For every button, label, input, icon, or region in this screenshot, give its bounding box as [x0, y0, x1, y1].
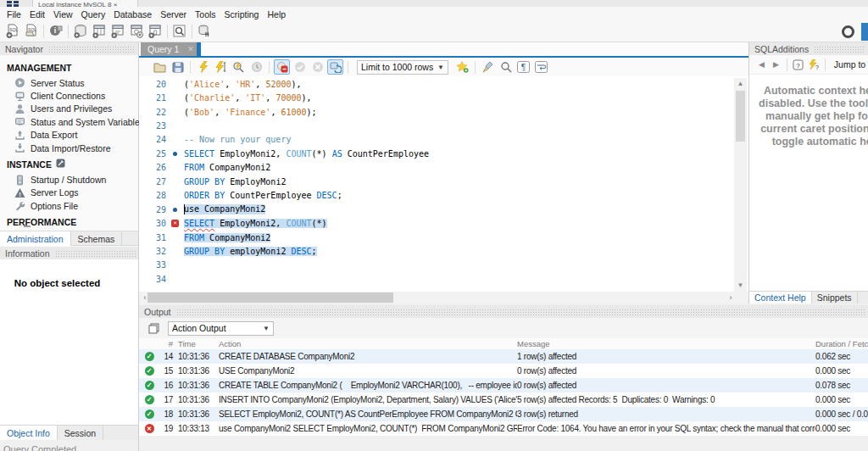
code-line-20[interactable]: 20('Alice', 'HR', 52000), [139, 77, 732, 91]
panel-toggle-icon[interactable] [861, 23, 868, 41]
nav-item-data-export[interactable]: Data Export [0, 129, 138, 142]
editor-horizontal-scrollbar[interactable]: ‹ › [139, 292, 748, 303]
toggle-autocommit-icon[interactable] [327, 59, 343, 75]
help-wheel-icon[interactable] [842, 25, 854, 38]
create-schema-icon[interactable] [71, 23, 90, 40]
tab-query-1[interactable]: Query 1✕ [141, 42, 197, 56]
output-row-16[interactable]: ✓1610:31:36CREATE TABLE CompanyMoni2 ( E… [139, 378, 868, 393]
code-line-23[interactable]: 23 [139, 119, 732, 132]
execute-current-icon[interactable] [213, 59, 229, 75]
tab-schemas[interactable]: Schemas [71, 231, 123, 246]
search-data-icon[interactable] [170, 23, 189, 40]
limit-rows-dropdown[interactable]: Limit to 1000 rows▼ [357, 60, 448, 75]
row-index: 18 [159, 409, 173, 419]
inspector-icon[interactable]: i [47, 23, 65, 40]
editor-vertical-scrollbar[interactable]: ▲ ▼ [734, 78, 747, 292]
menu-scripting[interactable]: Scripting [220, 9, 264, 19]
nav-item-label: Client Connections [31, 91, 105, 101]
execute-icon[interactable] [195, 59, 211, 75]
rollback-icon[interactable] [309, 59, 326, 75]
save-script-icon[interactable] [170, 59, 186, 75]
open-sql-script-icon[interactable]: SQL [22, 23, 41, 40]
code-line-29[interactable]: 29use CompanyMoni2 [139, 203, 732, 216]
open-script-icon[interactable] [152, 59, 168, 75]
performance-collapsed-item[interactable] [24, 226, 31, 227]
connection-tab[interactable]: Local instance MySQL 8 × [32, 0, 138, 7]
output-row-14[interactable]: ✓1410:31:36CREATE DATABASE CompanyMoni21… [139, 349, 868, 364]
new-sql-tab-icon[interactable]: SQL [3, 23, 22, 40]
code-line-33[interactable]: 33 [139, 259, 732, 272]
column-header-#[interactable]: # [159, 339, 173, 348]
commit-icon[interactable] [292, 59, 308, 75]
hscroll-thumb[interactable] [147, 292, 393, 303]
scroll-right-icon[interactable]: › [725, 292, 737, 303]
tab-context-help[interactable]: Context Help [749, 292, 812, 304]
create-function-icon[interactable]: () [146, 23, 164, 40]
create-table-icon[interactable] [90, 23, 108, 40]
star-new-snippet-icon[interactable] [454, 59, 470, 75]
menu-file[interactable]: File [3, 9, 25, 19]
jump-to-label[interactable]: Jump to [834, 59, 865, 70]
menu-query[interactable]: Query [77, 9, 110, 19]
find-icon[interactable] [498, 59, 514, 75]
scroll-down-icon[interactable]: ▼ [734, 280, 747, 292]
tab-session[interactable]: Session [58, 426, 103, 440]
code-line-24[interactable]: 24-- Now run your query [139, 133, 732, 147]
beautify-icon[interactable] [480, 59, 496, 75]
tab-object-info[interactable]: Object Info [0, 426, 58, 440]
code-line-30[interactable]: 30✕SELECT EmployMoni2, COUNT(*) [139, 216, 732, 230]
close-tab-icon[interactable]: ✕ [187, 45, 194, 53]
tab-snippets[interactable]: Snippets [812, 292, 858, 304]
output-row-19[interactable]: ✕1910:33:13use CompanyMoni2 SELECT Emplo… [139, 421, 868, 436]
menu-view[interactable]: View [49, 9, 77, 19]
output-row-18[interactable]: ✓1810:31:36SELECT EmployMoni2, COUNT(*) … [139, 407, 868, 421]
word-wrap-icon[interactable] [533, 59, 549, 75]
stop-query-icon[interactable] [248, 59, 264, 75]
nav-item-startup-shutdown[interactable]: Startup / Shutdown [0, 173, 138, 186]
back-icon[interactable]: ◀ [754, 60, 769, 69]
nav-item-client-connections[interactable]: Client Connections [0, 89, 138, 102]
output-view-selector[interactable]: Action Output▼ [168, 321, 274, 336]
manual-help-icon[interactable]: ? [806, 58, 821, 71]
code-line-28[interactable]: 28ORDER BY CountPerEmployee DESC; [139, 189, 732, 203]
menu-edit[interactable]: Edit [25, 9, 49, 19]
tab-administration[interactable]: Administration [0, 231, 71, 246]
invisible-chars-icon[interactable]: ¶ [515, 59, 531, 75]
menu-server[interactable]: Server [156, 9, 191, 19]
create-procedure-icon[interactable] [127, 23, 146, 40]
nav-item-server-logs[interactable]: !Server Logs [0, 187, 138, 199]
nav-item-status-and-system-variables[interactable]: Status and System Variables [0, 115, 138, 128]
column-header-message[interactable]: Message [517, 339, 815, 348]
code-line-34[interactable]: 34 [139, 272, 732, 286]
toolbar-separator [192, 25, 192, 38]
stop-on-error-icon[interactable] [274, 59, 290, 75]
nav-item-server-status[interactable]: Server Status [0, 76, 138, 89]
code-line-22[interactable]: 22('Bob', 'Finance', 61000); [139, 105, 732, 119]
column-header-action[interactable]: Action [215, 339, 517, 348]
create-view-icon[interactable] [108, 23, 127, 40]
code-line-21[interactable]: 21('Charlie', 'IT', 70000), [139, 91, 732, 104]
scroll-up-icon[interactable]: ▲ [734, 78, 747, 90]
forward-icon[interactable]: ▶ [769, 60, 783, 69]
code-line-27[interactable]: 27GROUP BY EmployMoni2 [139, 175, 732, 188]
code-line-25[interactable]: 25SELECT EmployMoni2, COUNT(*) AS CountP… [139, 147, 732, 160]
explain-icon[interactable] [231, 59, 247, 75]
menu-tools[interactable]: Tools [191, 9, 220, 19]
column-header-time[interactable]: Time [173, 339, 215, 348]
reconnect-db-icon[interactable] [195, 23, 214, 40]
menu-database[interactable]: Database [109, 9, 156, 19]
code-line-26[interactable]: 26FROM CompanyMoni2 [139, 161, 732, 175]
vscroll-thumb[interactable] [736, 91, 745, 142]
code-line-31[interactable]: 31FROM CompanyMoni2 [139, 231, 732, 244]
nav-item-data-import-restore[interactable]: Data Import/Restore [0, 142, 138, 154]
nav-item-options-file[interactable]: Options File [0, 199, 138, 212]
nav-item-users-and-privileges[interactable]: Users and Privileges [0, 103, 138, 115]
sql-code-area[interactable]: 20('Alice', 'HR', 52000),21('Charlie', '… [139, 77, 732, 292]
column-header-duration-fetch[interactable]: Duration / Fetch [815, 339, 868, 348]
context-help-icon[interactable]: ? [791, 58, 806, 71]
menu-help[interactable]: Help [263, 9, 290, 19]
output-row-17[interactable]: ✓1710:31:36INSERT INTO CompanyMoni2 (Emp… [139, 393, 868, 407]
output-row-15[interactable]: ✓1510:31:36USE CompanyMoni20 row(s) affe… [139, 364, 868, 378]
line-number: 21 [139, 93, 166, 103]
code-line-32[interactable]: 32GROUP BY employMoni2 DESC; [139, 244, 732, 258]
